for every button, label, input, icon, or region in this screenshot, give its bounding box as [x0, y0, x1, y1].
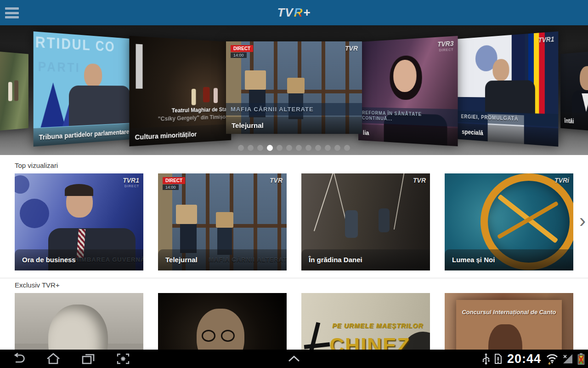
recent-apps-button[interactable]	[80, 351, 96, 366]
carousel-dot[interactable]	[334, 145, 340, 151]
scene-box	[176, 205, 197, 224]
section-divider	[0, 278, 588, 278]
overlay-line: "Csíky Gergely" din Timișoa	[158, 113, 228, 123]
carousel-dot[interactable]	[325, 145, 331, 151]
scene-decor	[15, 175, 29, 194]
channel-watermark: TVR3	[437, 40, 453, 48]
scene-branch	[314, 173, 336, 231]
carousel-item-title: lia	[358, 124, 458, 146]
scene-figure	[214, 88, 218, 103]
channel-watermark: TVR	[413, 177, 426, 184]
scene-title-text: Concursul Internațional de Canto	[445, 309, 573, 316]
carousel-item-partial-left[interactable]	[0, 50, 28, 132]
scene-backdrop-text: PARTI	[38, 59, 81, 75]
lower-third-text: REFORMA ÎN SĂNĂTATE CONTINUĂ...	[358, 107, 458, 127]
logo-r-swoosh: R	[294, 6, 304, 20]
channel-watermark-sub: DIRECT	[124, 184, 139, 188]
scene-calligraphy	[304, 342, 330, 349]
clock: 20:44	[506, 352, 543, 366]
channel-watermark: TVR	[345, 45, 358, 52]
scene-figure	[8, 82, 12, 101]
scene-figure	[379, 208, 390, 232]
video-title: Ora de business	[15, 249, 143, 270]
scene-title-text: PE URMELE MAEȘTRILOR	[332, 322, 423, 329]
scene-box	[287, 78, 305, 93]
carousel-dot[interactable]	[296, 145, 302, 151]
carousel-dot[interactable]	[277, 145, 283, 151]
carousel-item-title: întâi	[560, 112, 588, 132]
carousel-dot[interactable]	[344, 145, 350, 151]
live-badge: DIRECT	[231, 45, 253, 52]
channel-watermark-sub: DIRECT	[439, 48, 454, 52]
carousel-item-reforma[interactable]: TVR3 DIRECT REFORMA ÎN SĂNĂTATE CONTINUĂ…	[358, 36, 458, 146]
carousel-item-promulgata[interactable]: TVR1 ERGIEI, PROMULGATĂ specială	[458, 31, 558, 147]
video-thumb-telejurnal[interactable]: DIRECT 14:00 TVR MAFIA CĂRNII ALTERATE T…	[158, 173, 287, 270]
scene-figure	[492, 59, 509, 81]
recent-apps-icon	[81, 353, 95, 365]
video-title: Lumea și Noi	[445, 249, 573, 270]
channel-watermark: TVR	[270, 177, 283, 184]
back-button[interactable]	[10, 351, 27, 366]
video-title: Telejurnal	[158, 249, 287, 270]
video-title: În grădina Danei	[301, 249, 430, 270]
tvr-logo: TVR+	[0, 0, 588, 25]
video-thumb-ora-de-business[interactable]: TVR1 DIRECT SCHIMBAREA GUVERNĂRII Ora de…	[15, 173, 143, 270]
scene-figure	[203, 87, 209, 102]
scene-decor	[20, 199, 49, 228]
carousel-dot[interactable]	[305, 145, 311, 151]
scene-branch	[394, 173, 406, 230]
section-heading-exclusiv: Exclusiv TVR+	[15, 281, 573, 289]
home-icon	[46, 353, 61, 365]
back-icon	[11, 353, 25, 365]
scene-figure	[14, 80, 18, 101]
scene-figure	[345, 210, 358, 238]
carousel-item-partial-right[interactable]: DREPTURILE DIN UCR întâi	[560, 50, 588, 132]
channel-watermark: TVRi	[554, 177, 569, 184]
scene-overlay-text: Teatrul Maghiar de Stat "Csíky Gergely" …	[158, 105, 228, 123]
android-navbar: 20:44	[0, 350, 588, 368]
video-thumb-lumea-si-noi[interactable]: TVRi Lumea și Noi	[445, 173, 573, 270]
screenshot-button[interactable]	[115, 351, 131, 366]
featured-carousel: RTIDUL CO PARTI Tribuna partidelor parla…	[0, 25, 588, 155]
lower-third-text: MAFIA CĂRNII ALTERATE	[226, 103, 362, 115]
logo-tv-text: TV	[277, 6, 293, 20]
sim-card-icon	[493, 352, 503, 365]
scene-figure	[393, 59, 416, 92]
wifi-icon	[546, 352, 559, 365]
section-heading-top: Top vizualizari	[15, 161, 573, 169]
scene-backdrop-text: RTIDUL CO	[35, 34, 115, 55]
scene-figure	[65, 184, 93, 196]
time-badge: 14:00	[231, 52, 247, 58]
carousel-dot[interactable]	[248, 145, 254, 151]
carousel-dots	[0, 145, 588, 151]
carousel-item-title: Telejurnal	[226, 117, 362, 134]
carousel-dot[interactable]	[315, 145, 321, 151]
carousel-dot[interactable]	[267, 145, 273, 151]
cell-signal-icon	[562, 353, 574, 365]
status-cluster: 20:44	[482, 352, 585, 366]
home-button[interactable]	[45, 351, 62, 366]
time-badge: 14:00	[163, 184, 179, 190]
carousel-item-cultura[interactable]: Teatrul Maghiar de Stat "Csíky Gergely" …	[129, 36, 231, 146]
scene-flag	[41, 82, 65, 127]
live-badge: DIRECT	[163, 177, 185, 184]
app-root: TVR+ RTIDUL CO PARTI Tribuna partidelor …	[0, 0, 588, 368]
battery-icon	[577, 352, 585, 365]
scroll-next-button[interactable]: ›	[579, 211, 586, 230]
chevron-up-icon	[286, 355, 302, 363]
expand-button[interactable]	[286, 351, 302, 366]
logo-plus-text: +	[303, 6, 311, 20]
channel-watermark: TVR1	[538, 35, 554, 44]
scene-box	[245, 70, 266, 90]
scene-figure	[192, 89, 196, 106]
carousel-dot[interactable]	[257, 145, 263, 151]
channel-watermark: TVR1	[123, 177, 139, 184]
carousel-dot[interactable]	[238, 145, 244, 151]
carousel-dot[interactable]	[286, 145, 292, 151]
carousel-item-telejurnal[interactable]: DIRECT 14:00 TVR MAFIA CĂRNII ALTERATE T…	[226, 41, 362, 134]
nav-buttons	[0, 351, 131, 366]
carousel-item-tribuna[interactable]: RTIDUL CO PARTI Tribuna partidelor parla…	[34, 31, 134, 147]
scene-figure	[580, 65, 588, 90]
video-thumb-gradina-danei[interactable]: TVR În grădina Danei	[301, 173, 430, 270]
carousel-item-title: specială	[458, 123, 558, 147]
